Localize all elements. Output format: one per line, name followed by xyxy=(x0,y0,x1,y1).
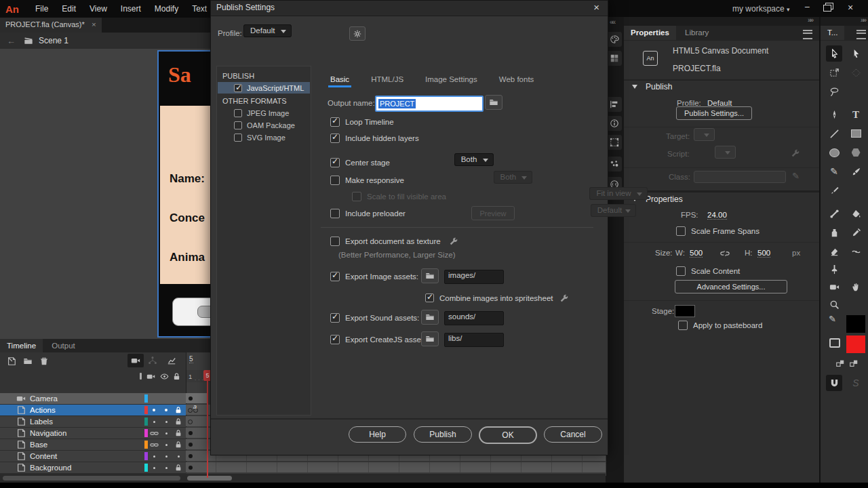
sound-assets-folder-button[interactable] xyxy=(421,310,439,325)
layer-row-content[interactable]: Content xyxy=(0,451,186,462)
layer-row-labels[interactable]: Labels xyxy=(0,416,186,428)
document-tab[interactable]: PROJECT.fla (Canvas)* × xyxy=(0,18,102,33)
frames-background[interactable] xyxy=(186,462,606,474)
tab-image-settings[interactable]: Image Settings xyxy=(425,75,477,83)
menu-insert[interactable]: Insert xyxy=(114,1,148,17)
lock-icon[interactable] xyxy=(174,441,182,449)
new-layer-button[interactable] xyxy=(7,357,16,366)
help-button[interactable]: Help xyxy=(349,426,406,443)
zoom-tool[interactable] xyxy=(826,296,842,312)
classic-brush-tool[interactable] xyxy=(826,182,842,199)
anchor-pin-tool[interactable] xyxy=(826,261,842,277)
output-browse-button[interactable] xyxy=(485,95,502,110)
export-image-assets-checkbox[interactable] xyxy=(330,272,340,281)
object-drawing-toggle[interactable]: S xyxy=(848,375,864,391)
tab-basic[interactable]: Basic xyxy=(330,75,349,83)
ok-button[interactable]: OK xyxy=(479,426,537,444)
include-hidden-layers-checkbox[interactable] xyxy=(330,134,340,143)
width-value[interactable]: 500 xyxy=(690,249,703,258)
format-jpeg-image[interactable]: JPEG Image xyxy=(234,108,289,118)
playhead-line[interactable] xyxy=(207,370,208,478)
layer-row-background[interactable]: Background xyxy=(0,462,186,474)
delete-layer-button[interactable] xyxy=(39,357,49,366)
lock-column-icon[interactable] xyxy=(172,372,181,381)
collapse-tools-icon[interactable]: »» xyxy=(861,16,865,24)
image-assets-folder-button[interactable] xyxy=(421,268,439,283)
snap-magnet-toggle[interactable] xyxy=(826,375,842,391)
format-javascript-html[interactable]: JavaScript/HTML xyxy=(218,82,310,94)
layer-parenting-button[interactable] xyxy=(148,356,157,365)
image-assets-path-input[interactable]: images/ xyxy=(444,270,504,284)
polystar-tool[interactable] xyxy=(848,144,864,161)
publish-section-header[interactable]: Publish xyxy=(646,82,672,92)
svg-image-checkbox[interactable] xyxy=(234,134,242,142)
collapse-panels-icon[interactable]: «« xyxy=(610,18,614,26)
eraser-tool[interactable] xyxy=(826,243,842,260)
include-preloader-checkbox[interactable] xyxy=(330,209,340,218)
layer-row-base[interactable]: Base xyxy=(0,439,186,451)
center-stage-dropdown[interactable]: Both xyxy=(454,153,494,166)
cancel-button[interactable]: Cancel xyxy=(544,426,602,443)
visibility-column-icon[interactable] xyxy=(160,372,169,381)
lock-icon[interactable] xyxy=(174,429,182,437)
swatches-panel-button[interactable] xyxy=(607,51,622,66)
dialog-close-icon[interactable]: × xyxy=(593,1,599,13)
export-sound-assets-checkbox[interactable] xyxy=(330,313,340,323)
tab-output[interactable]: Output xyxy=(45,339,82,353)
center-stage-checkbox[interactable] xyxy=(330,158,340,167)
subselection-tool[interactable] xyxy=(848,45,864,62)
default-colors-icon[interactable] xyxy=(835,359,845,368)
dialog-titlebar[interactable]: Publish Settings × xyxy=(211,1,608,16)
menu-view[interactable]: View xyxy=(83,1,114,17)
export-texture-checkbox[interactable] xyxy=(330,237,340,246)
lock-icon[interactable] xyxy=(174,418,182,426)
eyedropper-tool[interactable] xyxy=(848,224,864,241)
dialog-profile-dropdown[interactable]: Default xyxy=(243,24,292,37)
document-tab-close-icon[interactable]: × xyxy=(92,20,96,28)
layers-h-scrollbar[interactable] xyxy=(3,476,180,481)
lasso-tool[interactable] xyxy=(826,83,842,100)
layer-row-camera[interactable]: Camera xyxy=(0,393,186,405)
menu-edit[interactable]: Edit xyxy=(55,1,83,17)
rectangle-tool[interactable] xyxy=(848,125,864,142)
spritesheet-settings-wrench-icon[interactable] xyxy=(559,293,569,303)
menu-file[interactable]: File xyxy=(28,1,55,17)
info-panel-button[interactable] xyxy=(607,116,622,131)
createjs-assets-path-input[interactable]: libs/ xyxy=(444,333,504,347)
javascript-html-checkbox[interactable] xyxy=(234,84,242,92)
publish-settings-button[interactable]: Publish Settings... xyxy=(676,106,752,120)
free-transform-tool[interactable] xyxy=(826,64,842,81)
properties-section-header[interactable]: Properties xyxy=(646,195,683,204)
collapse-right-panels-icon[interactable]: »» xyxy=(808,16,812,24)
parent-link-icon[interactable] xyxy=(150,429,159,438)
tab-properties[interactable]: Properties xyxy=(624,26,676,40)
window-close-button[interactable]: × xyxy=(848,2,853,13)
tab-tools[interactable]: T... xyxy=(821,26,844,40)
paint-brush-tool[interactable] xyxy=(848,163,864,180)
paint-bucket-tool[interactable] xyxy=(848,205,864,222)
publish-button[interactable]: Publish xyxy=(414,426,472,443)
stage-color-swatch[interactable] xyxy=(675,305,695,317)
pencil-tool[interactable]: ✎ xyxy=(826,163,842,180)
sound-assets-path-input[interactable]: sounds/ xyxy=(444,311,504,325)
workspace-switcher[interactable]: my workspace ▾ xyxy=(732,4,790,14)
fps-value[interactable]: 24.00 xyxy=(707,211,727,220)
swap-colors-icon[interactable] xyxy=(849,359,859,368)
stroke-color-swatch[interactable] xyxy=(846,315,865,333)
new-folder-button[interactable] xyxy=(23,357,33,366)
texture-settings-wrench-icon[interactable] xyxy=(449,237,458,246)
oval-tool[interactable] xyxy=(826,144,842,161)
loop-timeline-checkbox[interactable] xyxy=(330,117,340,127)
format-oam-package[interactable]: OAM Package xyxy=(234,120,295,130)
brush-library-button[interactable] xyxy=(607,157,622,171)
layer-row-actions[interactable]: Actions xyxy=(0,405,186,416)
camera-tool[interactable] xyxy=(826,279,842,295)
frames-h-scrollbar[interactable] xyxy=(187,476,232,481)
color-panel-button[interactable] xyxy=(607,32,622,47)
camera-column-icon[interactable] xyxy=(146,372,155,381)
layer-row-navigation[interactable]: Navigation xyxy=(0,428,186,439)
apply-to-pasteboard-checkbox[interactable] xyxy=(678,321,688,330)
pen-tool[interactable] xyxy=(826,106,842,123)
tab-web-fonts[interactable]: Web fonts xyxy=(499,75,534,83)
hand-tool[interactable] xyxy=(848,279,864,295)
